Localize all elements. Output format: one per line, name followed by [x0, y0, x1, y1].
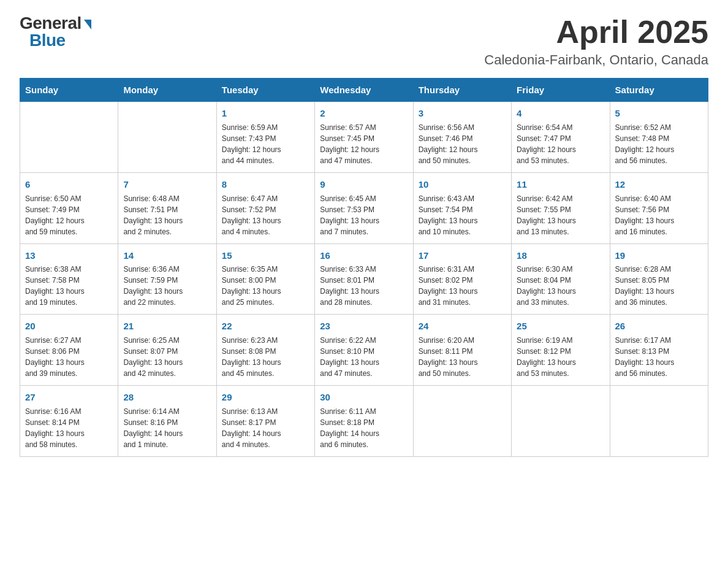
- day-number: 19: [615, 249, 703, 262]
- calendar-cell: 5Sunrise: 6:52 AM Sunset: 7:48 PM Daylig…: [610, 102, 708, 173]
- calendar-cell: [610, 386, 708, 457]
- day-info: Sunrise: 6:57 AM Sunset: 7:45 PM Dayligh…: [320, 122, 408, 166]
- day-info: Sunrise: 6:59 AM Sunset: 7:43 PM Dayligh…: [222, 122, 309, 166]
- calendar-cell: 18Sunrise: 6:30 AM Sunset: 8:04 PM Dayli…: [512, 243, 610, 315]
- day-info: Sunrise: 6:23 AM Sunset: 8:08 PM Dayligh…: [222, 335, 309, 379]
- calendar-cell: [413, 386, 511, 457]
- calendar-cell: 29Sunrise: 6:13 AM Sunset: 8:17 PM Dayli…: [216, 386, 314, 457]
- header-wednesday: Wednesday: [315, 79, 413, 102]
- day-info: Sunrise: 6:22 AM Sunset: 8:10 PM Dayligh…: [320, 335, 408, 379]
- header-monday: Monday: [118, 79, 216, 102]
- day-number: 25: [517, 320, 604, 333]
- day-number: 30: [320, 391, 408, 404]
- header-saturday: Saturday: [610, 79, 708, 102]
- calendar-title: April 2025: [484, 15, 708, 50]
- calendar-cell: 17Sunrise: 6:31 AM Sunset: 8:02 PM Dayli…: [413, 243, 511, 315]
- calendar-cell: 27Sunrise: 6:16 AM Sunset: 8:14 PM Dayli…: [20, 386, 118, 457]
- calendar-cell: 15Sunrise: 6:35 AM Sunset: 8:00 PM Dayli…: [216, 243, 314, 315]
- calendar-cell: 4Sunrise: 6:54 AM Sunset: 7:47 PM Daylig…: [512, 102, 610, 173]
- logo: General Blue: [20, 15, 91, 49]
- calendar-cell: 3Sunrise: 6:56 AM Sunset: 7:46 PM Daylig…: [413, 102, 511, 173]
- calendar-cell: 14Sunrise: 6:36 AM Sunset: 7:59 PM Dayli…: [118, 243, 216, 315]
- day-info: Sunrise: 6:54 AM Sunset: 7:47 PM Dayligh…: [517, 122, 604, 166]
- day-number: 8: [222, 178, 309, 191]
- calendar-cell: 21Sunrise: 6:25 AM Sunset: 8:07 PM Dayli…: [118, 315, 216, 386]
- day-info: Sunrise: 6:20 AM Sunset: 8:11 PM Dayligh…: [419, 335, 506, 379]
- calendar-cell: 13Sunrise: 6:38 AM Sunset: 7:58 PM Dayli…: [20, 243, 118, 315]
- calendar-cell: 16Sunrise: 6:33 AM Sunset: 8:01 PM Dayli…: [315, 243, 413, 315]
- day-number: 23: [320, 320, 408, 333]
- calendar-cell: 7Sunrise: 6:48 AM Sunset: 7:51 PM Daylig…: [118, 172, 216, 243]
- day-info: Sunrise: 6:43 AM Sunset: 7:54 PM Dayligh…: [419, 193, 506, 237]
- calendar-cell: 28Sunrise: 6:14 AM Sunset: 8:16 PM Dayli…: [118, 386, 216, 457]
- calendar-cell: 23Sunrise: 6:22 AM Sunset: 8:10 PM Dayli…: [315, 315, 413, 386]
- logo-general-text: General: [20, 15, 82, 32]
- day-number: 4: [517, 107, 604, 120]
- header-sunday: Sunday: [20, 79, 118, 102]
- calendar-week-1: 1Sunrise: 6:59 AM Sunset: 7:43 PM Daylig…: [20, 102, 708, 173]
- header-thursday: Thursday: [413, 79, 511, 102]
- day-info: Sunrise: 6:45 AM Sunset: 7:53 PM Dayligh…: [320, 193, 408, 237]
- day-number: 29: [222, 391, 309, 404]
- day-info: Sunrise: 6:30 AM Sunset: 8:04 PM Dayligh…: [517, 264, 604, 308]
- day-number: 20: [25, 320, 113, 333]
- day-info: Sunrise: 6:16 AM Sunset: 8:14 PM Dayligh…: [25, 406, 113, 450]
- day-info: Sunrise: 6:38 AM Sunset: 7:58 PM Dayligh…: [25, 264, 113, 308]
- calendar-cell: [20, 102, 118, 173]
- day-number: 28: [123, 391, 211, 404]
- calendar-cell: 24Sunrise: 6:20 AM Sunset: 8:11 PM Dayli…: [413, 315, 511, 386]
- calendar-subtitle: Caledonia-Fairbank, Ontario, Canada: [484, 52, 708, 68]
- calendar-cell: 12Sunrise: 6:40 AM Sunset: 7:56 PM Dayli…: [610, 172, 708, 243]
- day-number: 10: [419, 178, 506, 191]
- day-number: 17: [419, 249, 506, 262]
- day-number: 1: [222, 107, 309, 120]
- day-number: 3: [419, 107, 506, 120]
- day-number: 2: [320, 107, 408, 120]
- calendar-cell: 20Sunrise: 6:27 AM Sunset: 8:06 PM Dayli…: [20, 315, 118, 386]
- day-number: 9: [320, 178, 408, 191]
- header-tuesday: Tuesday: [216, 79, 314, 102]
- logo-triangle-icon: [84, 20, 91, 29]
- calendar-cell: 22Sunrise: 6:23 AM Sunset: 8:08 PM Dayli…: [216, 315, 314, 386]
- calendar-cell: 11Sunrise: 6:42 AM Sunset: 7:55 PM Dayli…: [512, 172, 610, 243]
- day-info: Sunrise: 6:33 AM Sunset: 8:01 PM Dayligh…: [320, 264, 408, 308]
- calendar-week-5: 27Sunrise: 6:16 AM Sunset: 8:14 PM Dayli…: [20, 386, 708, 457]
- day-number: 7: [123, 178, 211, 191]
- day-number: 16: [320, 249, 408, 262]
- calendar-cell: 25Sunrise: 6:19 AM Sunset: 8:12 PM Dayli…: [512, 315, 610, 386]
- day-number: 13: [25, 249, 113, 262]
- header-friday: Friday: [512, 79, 610, 102]
- calendar-table: SundayMondayTuesdayWednesdayThursdayFrid…: [20, 78, 708, 457]
- day-info: Sunrise: 6:27 AM Sunset: 8:06 PM Dayligh…: [25, 335, 113, 379]
- day-info: Sunrise: 6:47 AM Sunset: 7:52 PM Dayligh…: [222, 193, 309, 237]
- day-info: Sunrise: 6:36 AM Sunset: 7:59 PM Dayligh…: [123, 264, 211, 308]
- day-number: 18: [517, 249, 604, 262]
- day-number: 22: [222, 320, 309, 333]
- calendar-cell: 6Sunrise: 6:50 AM Sunset: 7:49 PM Daylig…: [20, 172, 118, 243]
- day-info: Sunrise: 6:11 AM Sunset: 8:18 PM Dayligh…: [320, 406, 408, 450]
- day-info: Sunrise: 6:13 AM Sunset: 8:17 PM Dayligh…: [222, 406, 309, 450]
- day-info: Sunrise: 6:35 AM Sunset: 8:00 PM Dayligh…: [222, 264, 309, 308]
- day-info: Sunrise: 6:31 AM Sunset: 8:02 PM Dayligh…: [419, 264, 506, 308]
- day-number: 12: [615, 178, 703, 191]
- calendar-header-row: SundayMondayTuesdayWednesdayThursdayFrid…: [20, 79, 708, 102]
- day-number: 5: [615, 107, 703, 120]
- calendar-cell: [512, 386, 610, 457]
- day-info: Sunrise: 6:56 AM Sunset: 7:46 PM Dayligh…: [419, 122, 506, 166]
- day-info: Sunrise: 6:50 AM Sunset: 7:49 PM Dayligh…: [25, 193, 113, 237]
- day-number: 21: [123, 320, 211, 333]
- day-number: 11: [517, 178, 604, 191]
- calendar-cell: 2Sunrise: 6:57 AM Sunset: 7:45 PM Daylig…: [315, 102, 413, 173]
- calendar-cell: 1Sunrise: 6:59 AM Sunset: 7:43 PM Daylig…: [216, 102, 314, 173]
- calendar-cell: 10Sunrise: 6:43 AM Sunset: 7:54 PM Dayli…: [413, 172, 511, 243]
- day-info: Sunrise: 6:52 AM Sunset: 7:48 PM Dayligh…: [615, 122, 703, 166]
- calendar-cell: 8Sunrise: 6:47 AM Sunset: 7:52 PM Daylig…: [216, 172, 314, 243]
- page-header: General Blue April 2025 Caledonia-Fairba…: [20, 15, 708, 68]
- calendar-cell: 19Sunrise: 6:28 AM Sunset: 8:05 PM Dayli…: [610, 243, 708, 315]
- day-info: Sunrise: 6:25 AM Sunset: 8:07 PM Dayligh…: [123, 335, 211, 379]
- calendar-week-4: 20Sunrise: 6:27 AM Sunset: 8:06 PM Dayli…: [20, 315, 708, 386]
- day-number: 27: [25, 391, 113, 404]
- calendar-cell: 30Sunrise: 6:11 AM Sunset: 8:18 PM Dayli…: [315, 386, 413, 457]
- day-number: 14: [123, 249, 211, 262]
- calendar-cell: 26Sunrise: 6:17 AM Sunset: 8:13 PM Dayli…: [610, 315, 708, 386]
